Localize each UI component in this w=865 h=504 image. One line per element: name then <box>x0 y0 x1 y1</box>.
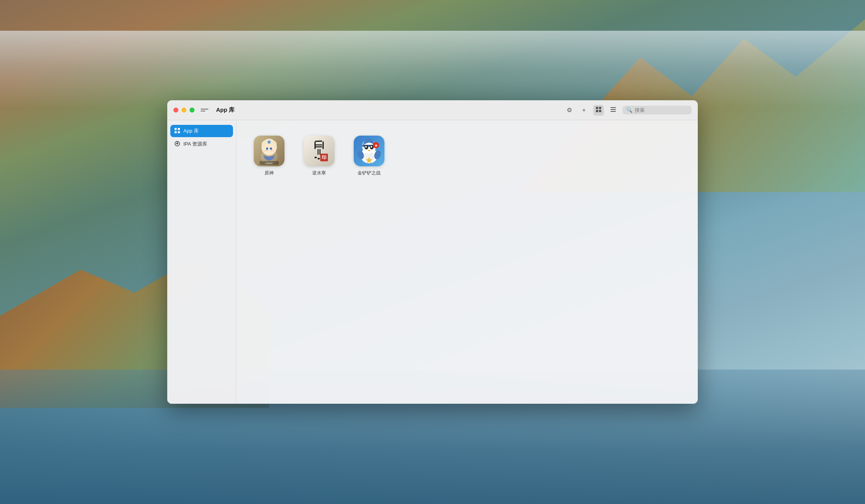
svg-rect-30 <box>315 146 322 148</box>
download-icon <box>174 141 180 148</box>
app-icon-yuanshen: miHoYo <box>254 136 284 166</box>
svg-text:miHoYo: miHoYo <box>266 162 273 164</box>
svg-rect-26 <box>315 141 322 142</box>
app-item-jinchanzhan[interactable]: ★ 金铲铲之战 <box>348 132 390 180</box>
search-input[interactable] <box>635 107 688 113</box>
toolbar-right: ⚙ + <box>564 105 692 116</box>
svg-rect-1 <box>599 107 601 109</box>
sidebar-item-app-library[interactable]: App 库 <box>170 125 233 137</box>
svg-rect-0 <box>596 107 598 109</box>
title-bar: App 库 ⚙ + <box>167 100 698 120</box>
minimize-button[interactable] <box>181 108 186 113</box>
svg-rect-28 <box>323 141 324 149</box>
sidebar-item-ipa-library[interactable]: IPA 资源库 <box>170 138 233 150</box>
svg-point-15 <box>264 143 274 155</box>
grid-icon <box>596 106 602 114</box>
app-name-yuanshen: 原神 <box>264 170 274 176</box>
main-content: App 库 IPA 资源库 <box>167 120 698 404</box>
svg-text:印: 印 <box>322 155 326 160</box>
sidebar-item-label: App 库 <box>183 128 199 134</box>
sidebar: App 库 IPA 资源库 <box>167 120 236 404</box>
svg-rect-2 <box>596 110 598 112</box>
sidebar-item-label: IPA 资源库 <box>183 141 207 148</box>
sidebar-toggle-button[interactable] <box>201 106 208 114</box>
svg-rect-32 <box>319 149 321 155</box>
gear-icon: ⚙ <box>567 106 572 114</box>
search-icon: 🔍 <box>626 107 632 113</box>
svg-rect-10 <box>178 131 180 133</box>
grid-view: miHoYo 原神 <box>236 120 698 404</box>
svg-point-19 <box>266 148 267 149</box>
app-name-nishuhan: 逆水寒 <box>312 170 326 176</box>
svg-rect-5 <box>610 109 616 110</box>
svg-point-35 <box>318 158 320 159</box>
svg-rect-31 <box>318 149 319 155</box>
svg-rect-25 <box>304 136 334 166</box>
svg-rect-8 <box>178 128 180 130</box>
app-icon-nishuhan: 印 <box>304 136 334 166</box>
svg-point-22 <box>271 150 274 151</box>
svg-point-45 <box>365 146 367 148</box>
svg-rect-6 <box>610 111 616 112</box>
add-button[interactable]: + <box>579 105 589 116</box>
settings-button[interactable]: ⚙ <box>564 105 575 116</box>
svg-rect-9 <box>175 131 177 133</box>
svg-rect-7 <box>175 128 177 130</box>
svg-rect-4 <box>610 107 616 108</box>
app-window: App 库 ⚙ + <box>167 100 698 404</box>
app-item-yuanshen[interactable]: miHoYo 原神 <box>248 132 290 180</box>
traffic-lights <box>173 108 195 113</box>
svg-text:★: ★ <box>374 144 378 148</box>
grid-small-icon <box>174 128 180 134</box>
grid-view-button[interactable] <box>593 105 604 116</box>
svg-point-33 <box>314 157 317 158</box>
list-view-button[interactable] <box>608 105 619 116</box>
app-name-jinchanzhan: 金铲铲之战 <box>358 170 381 176</box>
svg-point-46 <box>371 146 372 148</box>
app-icon-jinchanzhan: ★ <box>354 136 384 166</box>
maximize-button[interactable] <box>190 108 195 113</box>
svg-rect-29 <box>315 144 322 146</box>
svg-point-21 <box>264 150 268 151</box>
plus-icon: + <box>582 107 586 114</box>
cloud-layer <box>0 31 865 108</box>
list-icon <box>610 106 616 114</box>
svg-point-20 <box>270 148 271 149</box>
app-item-nishuhan[interactable]: 印 逆水寒 <box>298 132 340 180</box>
close-button[interactable] <box>173 108 178 113</box>
svg-rect-3 <box>599 110 601 112</box>
window-title: App 库 <box>216 106 235 114</box>
search-box[interactable]: 🔍 <box>622 106 692 114</box>
